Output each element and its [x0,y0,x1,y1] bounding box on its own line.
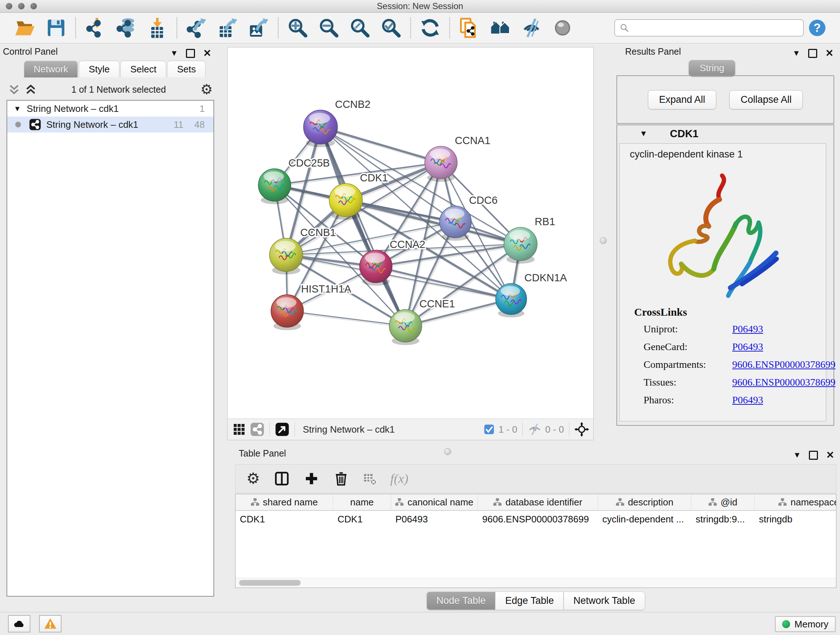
crosslink-link[interactable]: P06493 [732,323,763,335]
help-button[interactable]: ? [804,16,831,40]
expand-all-button[interactable]: Expand All [648,90,717,109]
network-edge-CCNB2-CCNA1[interactable] [321,127,441,163]
tab-style[interactable]: Style [79,61,119,78]
grid-view-icon[interactable] [232,422,246,437]
memory-button[interactable]: Memory [775,616,836,632]
scrollbar-thumb[interactable] [239,580,301,586]
results-panel-float-icon[interactable] [808,49,817,58]
tab-select[interactable]: Select [120,61,166,78]
cloud-button[interactable] [8,615,30,632]
crosslink-link[interactable]: P06493 [732,341,763,353]
birds-eye-button[interactable] [547,16,578,40]
table-cell[interactable]: CDK1 [333,514,391,525]
save-session-button[interactable] [41,16,72,40]
tab-sets[interactable]: Sets [167,61,205,78]
network-node-CCNA1[interactable]: CCNA1 [425,135,491,182]
crosslink-link[interactable]: 9606.ENSP00000378699 [732,377,835,388]
warnings-button[interactable] [39,615,62,632]
import-table-button[interactable] [142,16,173,40]
search-input[interactable] [630,22,799,33]
crosslink-link[interactable]: 9606.ENSP00000378699 [732,359,835,371]
column-header-namespace[interactable]: namespace [755,494,836,510]
results-panel-collapse-icon[interactable]: ▼ [793,49,801,58]
selected-checkbox-icon[interactable] [483,424,495,435]
toolbar-group [282,16,407,40]
control-panel-collapse-icon[interactable]: ▼ [171,49,178,58]
zoom-fit-button[interactable] [344,16,376,40]
network-node-CDKN1A[interactable]: CDKN1A [496,272,567,318]
gene-details: cyclin-dependent kinase 1 [619,143,826,421]
gear-icon[interactable]: ⚙ [201,83,213,96]
collapse-all-icon[interactable] [25,83,37,96]
tab-edge-table[interactable]: Edge Table [495,592,564,610]
hide-graphics-details-button[interactable] [516,16,547,40]
export-network-button[interactable] [181,16,212,40]
column-header-description[interactable]: description [598,494,691,510]
export-table-button[interactable] [212,16,243,40]
column-header-label: name [350,497,374,508]
title-bar: Session: New Session [0,0,840,13]
collapse-all-button[interactable]: Collapse All [729,90,803,109]
toolbar-group [415,16,446,40]
tab-network-table[interactable]: Network Table [564,592,645,610]
column-header--id[interactable]: @id [691,494,755,510]
zoom-selected-button[interactable] [376,16,407,40]
gene-section-header[interactable]: ▼ CDK1 [617,125,834,142]
results-panel-close-icon[interactable]: ✕ [825,50,834,57]
column-header-label: @id [721,497,737,508]
tab-node-table[interactable]: Node Table [426,592,495,610]
reposition-crosshair-icon[interactable] [575,422,589,437]
table-settings-icon[interactable]: ⚙ [246,472,260,485]
table-cell[interactable]: 9606.ENSP00000378699 [478,514,598,525]
show-columns-icon[interactable] [274,470,290,486]
table-panel-close-icon[interactable]: ✕ [826,452,834,459]
control-panel-float-icon[interactable] [186,49,195,58]
delete-column-icon[interactable] [333,470,349,486]
network-canvas[interactable]: CCNB2CCNA1CDC25BCDK1CDC6RB1CCNB1CCNA2CDK… [227,48,593,419]
open-session-button[interactable] [9,16,41,40]
tab-string[interactable]: String [689,60,735,76]
table-cell[interactable]: stringdb [755,514,836,525]
network-node-RB1[interactable]: RB1 [504,216,555,264]
table-panel-float-icon[interactable] [809,451,818,460]
table-row[interactable]: CDK1CDK1P064939606.ENSP00000378699cyclin… [235,511,836,527]
clipboard-network-button[interactable] [454,16,485,40]
vertical-splitter-handle[interactable] [600,237,607,244]
add-column-icon[interactable] [303,470,319,486]
toolbar-group [454,16,578,40]
string-view-icon[interactable] [250,422,264,437]
control-panel-close-icon[interactable]: ✕ [203,50,211,57]
table-cell[interactable]: P06493 [391,514,478,525]
network-node-HIST1H1A[interactable]: HIST1H1A [271,283,352,330]
expand-all-icon[interactable] [8,83,20,96]
clipboard-network-icon [459,17,480,38]
zoom-out-button[interactable] [313,16,344,40]
column-header-name[interactable]: name [333,494,391,510]
network-edge-HIST1H1A-CCNE1[interactable] [287,311,406,326]
column-header-canonical-name[interactable]: canonical name [391,494,478,510]
search-box[interactable] [614,19,804,36]
collection-expand-icon[interactable]: ▼ [14,105,21,113]
tab-network[interactable]: Network [24,61,78,78]
network-collection-row[interactable]: ▼ String Network – cdk1 1 [7,101,213,117]
export-image-button[interactable] [243,16,274,40]
table-cell[interactable]: CDK1 [235,514,333,525]
table-cell[interactable]: stringdb:9... [691,514,755,525]
network-node-CCNB1[interactable]: CCNB1 [270,226,336,274]
birds-eye-view-icon[interactable] [275,422,289,437]
network-view: CCNB2CCNA1CDC25BCDK1CDC6RB1CCNB1CCNA2CDK… [227,47,594,440]
network-row[interactable]: String Network – cdk1 11 48 [7,117,213,133]
home-network-button[interactable] [485,16,516,40]
zoom-in-button[interactable] [282,16,313,40]
refresh-button[interactable] [415,16,446,40]
gene-collapse-icon[interactable]: ▼ [639,129,647,138]
column-type-icon [493,498,502,507]
crosslink-link[interactable]: P06493 [732,394,763,406]
table-panel-collapse-icon[interactable]: ▼ [793,450,801,460]
column-header-shared-name[interactable]: shared name [235,494,333,510]
import-network-button[interactable] [80,16,111,40]
column-header-database-identifier[interactable]: database identifier [478,494,598,510]
table-horizontal-scrollbar[interactable] [235,578,836,587]
table-cell[interactable]: cyclin-dependent ... [598,514,691,525]
import-database-button[interactable] [111,16,142,40]
